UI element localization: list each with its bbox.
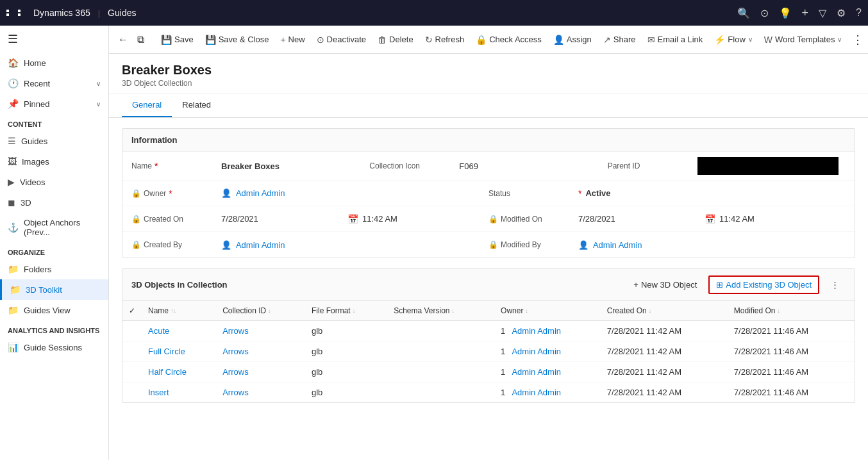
sidebar-item-recent[interactable]: 🕐 Recent ∨ <box>0 73 108 94</box>
sidebar-item-videos[interactable]: ▶ Videos <box>0 172 108 192</box>
sidebar-item-3d-toolkit[interactable]: 📁 3D Toolkit <box>0 279 108 300</box>
th-collection-id-sort[interactable]: Collection ID ↓ <box>222 306 299 315</box>
folders-icon: 📁 <box>8 264 19 274</box>
sidebar-item-pinned[interactable]: 📌 Pinned ∨ <box>0 94 108 114</box>
th-schema-version-sort[interactable]: Schema Version ↓ <box>394 306 488 315</box>
delete-icon: 🗑 <box>378 35 387 45</box>
new-button[interactable]: + New <box>275 31 310 49</box>
status-label: Status <box>488 189 578 198</box>
row-name[interactable]: Full Circle <box>142 341 216 362</box>
deactivate-label: Deactivate <box>327 35 366 44</box>
sidebar-images-label: Images <box>22 157 49 167</box>
assign-button[interactable]: 👤 Assign <box>548 31 597 49</box>
collection-icon-value: F069 <box>459 161 607 171</box>
created-on-row: 🔒 Created On 7/28/2021 📅 11:42 AM 🔒 Modi… <box>122 206 855 232</box>
filter-icon[interactable]: ▽ <box>819 7 826 19</box>
add-icon[interactable]: + <box>802 6 809 20</box>
row-check[interactable] <box>122 321 142 341</box>
refresh-button[interactable]: ↻ Refresh <box>420 31 470 49</box>
row-collection-id[interactable]: Arrows <box>216 382 305 403</box>
owner-label: 🔒 Owner * <box>131 188 221 199</box>
toolbar-more-btn[interactable]: ⋮ <box>848 30 867 49</box>
row-collection-id[interactable]: Arrows <box>216 341 305 362</box>
check-access-button[interactable]: 🔒 Check Access <box>471 31 547 49</box>
th-created-on-sort-icon: ↓ <box>649 308 652 314</box>
dynamics-brand[interactable]: Dynamics 365 <box>33 8 90 18</box>
question-icon[interactable]: ? <box>856 7 862 19</box>
owner-row: 🔒 Owner * 👤 Admin Admin Status * Active <box>122 181 855 206</box>
sidebar-item-home[interactable]: 🏠 Home <box>0 53 108 73</box>
created-by-value[interactable]: 👤 Admin Admin <box>221 240 488 250</box>
share-button[interactable]: ↗ Share <box>598 31 641 49</box>
assign-icon: 👤 <box>553 35 564 45</box>
recent-icon[interactable]: ⊙ <box>760 7 769 19</box>
parent-id-label: Parent ID <box>608 161 697 170</box>
row-modified-on: 7/28/2021 11:46 AM <box>728 321 855 341</box>
copy-icon: ⧉ <box>137 34 144 45</box>
status-required: * <box>578 188 581 199</box>
save-button[interactable]: 💾 Save <box>156 31 199 49</box>
save-close-button[interactable]: 💾 Save & Close <box>200 31 274 49</box>
tab-related[interactable]: Related <box>172 94 221 117</box>
row-check[interactable] <box>122 382 142 403</box>
row-collection-id[interactable]: Arrows <box>216 362 305 382</box>
deactivate-button[interactable]: ⊙ Deactivate <box>312 31 371 49</box>
pinned-nav-icon: 📌 <box>8 99 19 109</box>
row-check[interactable] <box>122 362 142 382</box>
sidebar-item-object-anchors[interactable]: ⚓ Object Anchors (Prev... <box>0 213 108 242</box>
lock-icon-created: 🔒 <box>131 215 141 224</box>
th-modified-on[interactable]: Modified On ↓ <box>728 301 855 321</box>
modified-by-value[interactable]: 👤 Admin Admin <box>578 240 846 250</box>
th-created-on-sort[interactable]: Created On ↓ <box>607 306 721 315</box>
add-existing-3d-object-button[interactable]: ⊞ Add Existing 3D Object <box>708 275 819 294</box>
th-schema-version-label: Schema Version <box>394 306 449 315</box>
search-icon[interactable]: 🔍 <box>737 7 750 19</box>
settings-icon[interactable]: ⚙ <box>837 7 846 19</box>
sidebar-item-guides[interactable]: ☰ Guides <box>0 131 108 151</box>
owner-label-text: Owner <box>144 189 166 198</box>
grid-more-button[interactable]: ⋮ <box>824 277 846 293</box>
delete-button[interactable]: 🗑 Delete <box>372 31 419 49</box>
app-grid-icon[interactable] <box>6 10 28 16</box>
row-created-on: 7/28/2021 11:42 AM <box>601 341 728 362</box>
new-3d-object-button[interactable]: + New 3D Object <box>627 277 703 293</box>
new-icon: + <box>280 35 285 45</box>
th-owner-sort[interactable]: Owner ↓ <box>501 306 594 315</box>
new-3d-label: New 3D Object <box>641 280 697 290</box>
th-created-on-label: Created On <box>607 306 647 315</box>
th-name-sort[interactable]: Name ↑↓ <box>148 306 210 315</box>
sessions-icon: 📊 <box>8 342 19 352</box>
hamburger-btn[interactable]: ☰ <box>0 26 108 53</box>
row-owner-count: 1 Admin Admin <box>494 382 601 403</box>
th-file-format[interactable]: File Format ↓ <box>305 301 387 321</box>
owner-value[interactable]: 👤 Admin Admin <box>221 188 488 198</box>
sidebar-item-3d[interactable]: ◼ 3D <box>0 192 108 213</box>
th-name-sort-icon: ↑↓ <box>171 308 176 314</box>
tab-general[interactable]: General <box>122 94 172 117</box>
row-collection-id[interactable]: Arrows <box>216 321 305 341</box>
word-templates-button[interactable]: W Word Templates ∨ <box>759 31 847 49</box>
sidebar-item-images[interactable]: 🖼 Images <box>0 151 108 172</box>
th-collection-id[interactable]: Collection ID ↓ <box>216 301 305 321</box>
row-name[interactable]: Acute <box>142 321 216 341</box>
email-link-button[interactable]: ✉ Email a Link <box>642 31 708 49</box>
sidebar-item-guides-view[interactable]: 📁 Guides View <box>0 300 108 320</box>
th-owner[interactable]: Owner ↓ <box>494 301 601 321</box>
flow-button[interactable]: ⚡ Flow ∨ <box>709 31 757 49</box>
th-created-on[interactable]: Created On ↓ <box>601 301 728 321</box>
th-modified-on-sort[interactable]: Modified On ↓ <box>734 306 848 315</box>
sidebar-item-guide-sessions[interactable]: 📊 Guide Sessions <box>0 337 108 357</box>
sidebar-item-folders[interactable]: 📁 Folders <box>0 259 108 279</box>
owner-col: 🔒 Owner * 👤 Admin Admin <box>131 188 488 199</box>
app-name: Guides <box>108 8 136 18</box>
row-name[interactable]: Insert <box>142 382 216 403</box>
copy-button[interactable]: ⧉ <box>133 30 148 49</box>
th-name[interactable]: Name ↑↓ <box>142 301 216 321</box>
row-check[interactable] <box>122 341 142 362</box>
row-name[interactable]: Half Circle <box>142 362 216 382</box>
th-file-format-sort[interactable]: File Format ↓ <box>312 306 381 315</box>
help-icon[interactable]: 💡 <box>779 7 792 19</box>
main-layout: ☰ 🏠 Home 🕐 Recent ∨ 📌 Pinned ∨ Content ☰… <box>0 26 868 460</box>
th-schema-version[interactable]: Schema Version ↓ <box>387 301 494 321</box>
back-button[interactable]: ← <box>114 30 132 49</box>
